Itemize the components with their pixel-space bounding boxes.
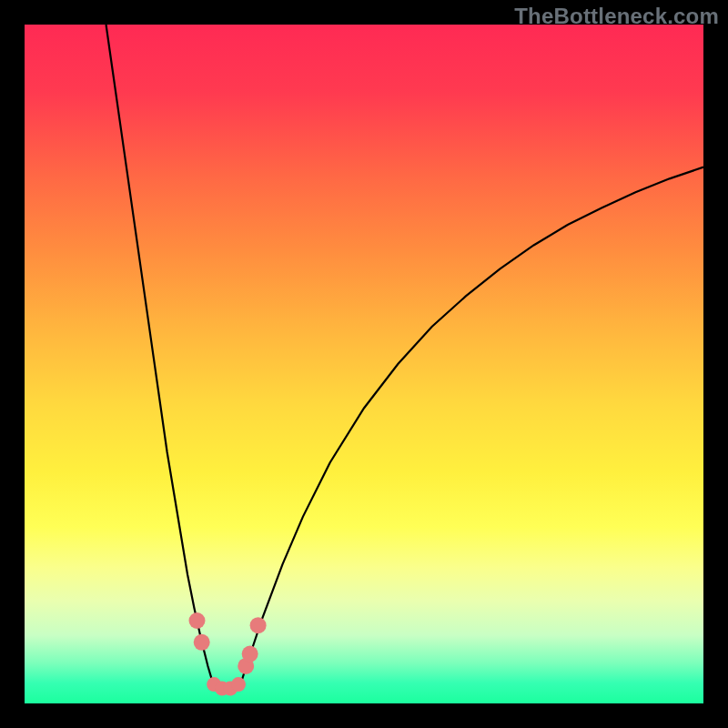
marker-8: [250, 617, 267, 633]
marker-5: [231, 677, 246, 692]
marker-0: [188, 612, 205, 629]
curve-right-branch: [240, 167, 703, 684]
marker-1: [194, 634, 210, 651]
chart-frame: TheBottleneck.com: [0, 0, 728, 728]
plot-area: [25, 25, 703, 703]
curve-left-branch: [106, 25, 214, 684]
marker-7: [242, 646, 258, 662]
watermark-text: TheBottleneck.com: [514, 4, 719, 29]
curve-layer: [25, 25, 703, 703]
